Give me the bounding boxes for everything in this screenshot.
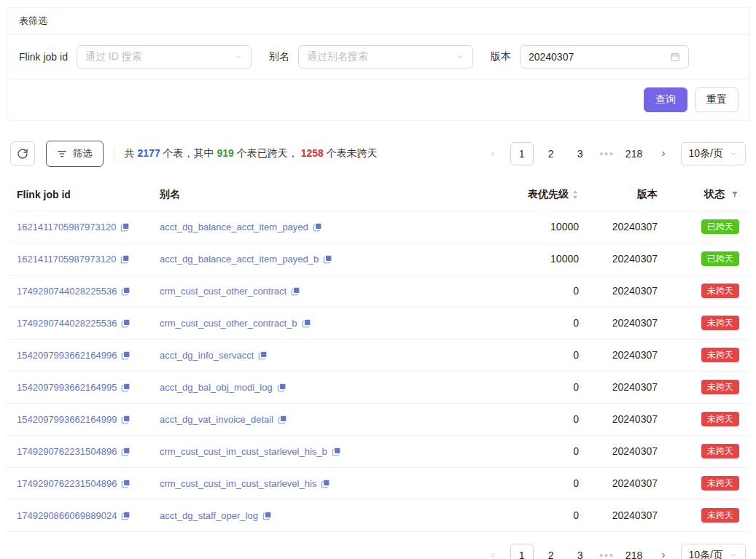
refresh-icon xyxy=(17,148,28,160)
alias-link[interactable]: acct_dg_balance_acct_item_payed xyxy=(160,222,308,232)
flink-job-id-select[interactable]: 通过 ID 搜索 xyxy=(77,45,252,69)
page-item-1[interactable]: 1 xyxy=(510,544,534,559)
query-button[interactable]: 查询 xyxy=(644,87,687,112)
copy-icon[interactable] xyxy=(121,318,130,328)
copy-icon[interactable] xyxy=(332,447,341,456)
reset-button[interactable]: 重置 xyxy=(695,87,739,112)
sort-icon[interactable] xyxy=(572,189,579,200)
results-table: Flink job id 别名 表优先级 版本 状态 xyxy=(7,179,749,532)
version-value: 20240307 xyxy=(589,467,668,499)
flink-job-id-link[interactable]: 1749290744028225536 xyxy=(17,318,117,329)
copy-icon[interactable] xyxy=(120,254,130,264)
table-row: 1621411705987973120 acct_dg_balance_acct… xyxy=(7,211,749,243)
flink-job-id-link[interactable]: 1749290744028225536 xyxy=(17,286,117,297)
summary-uncrossed-count: 1258 xyxy=(301,147,324,159)
alias-link[interactable]: crm_cust_cust_other_contract xyxy=(160,286,287,297)
flink-job-id-link[interactable]: 1749290866069889024 xyxy=(17,510,117,521)
flink-job-id-link[interactable]: 1542097993662164999 xyxy=(17,414,117,425)
status-badge: 未跨天 xyxy=(701,412,739,426)
summary-segment: 个表未跨天 xyxy=(324,147,378,159)
page-item-last[interactable]: 218 xyxy=(623,544,646,559)
alias-placeholder: 通过别名搜索 xyxy=(307,50,368,63)
page-ellipsis[interactable]: ••• xyxy=(598,550,617,559)
copy-icon[interactable] xyxy=(323,254,332,264)
prev-page-button[interactable] xyxy=(481,142,504,165)
table-header-row: Flink job id 别名 表优先级 版本 状态 xyxy=(7,179,749,211)
page-item-2[interactable]: 2 xyxy=(539,544,563,559)
copy-icon[interactable] xyxy=(302,318,311,328)
flink-job-id-link[interactable]: 1542097993662164996 xyxy=(17,350,117,361)
copy-icon[interactable] xyxy=(121,511,130,520)
priority-value: 0 xyxy=(480,435,589,467)
copy-icon[interactable] xyxy=(121,415,130,424)
alias-link[interactable]: acct_dg_vat_invoice_detail xyxy=(160,414,273,425)
flink-job-id-link[interactable]: 1621411705987973120 xyxy=(17,222,116,232)
chevron-down-icon xyxy=(234,52,243,61)
column-header-status-label: 状态 xyxy=(704,188,725,201)
flink-job-id-link[interactable]: 1542097993662164995 xyxy=(17,382,117,393)
version-value: 20240307 xyxy=(589,275,668,307)
funnel-filter-icon[interactable] xyxy=(730,190,739,199)
page-item-3[interactable]: 3 xyxy=(569,142,592,165)
copy-icon[interactable] xyxy=(321,479,330,488)
page-ellipsis[interactable]: ••• xyxy=(598,148,617,160)
alias-select[interactable]: 通过别名搜索 xyxy=(298,45,473,69)
copy-icon[interactable] xyxy=(262,511,272,520)
page-item-1[interactable]: 1 xyxy=(510,142,534,165)
table-row: 1749290762231504896 crm_cust_cust_im_cus… xyxy=(7,467,749,499)
next-page-button[interactable] xyxy=(652,142,675,165)
calendar-icon xyxy=(670,52,680,62)
refresh-button[interactable] xyxy=(10,141,35,166)
copy-icon[interactable] xyxy=(121,479,130,488)
filter-toggle-button[interactable]: 筛选 xyxy=(46,141,104,167)
flink-job-id-link[interactable]: 1621411705987973120 xyxy=(17,254,116,265)
page-size-select[interactable]: 10条/页 xyxy=(681,142,746,165)
table-row: 1542097993662164996 acct_dg_info_servacc… xyxy=(7,339,749,371)
copy-icon[interactable] xyxy=(313,222,322,232)
copy-icon[interactable] xyxy=(291,286,300,296)
priority-value: 0 xyxy=(480,307,589,339)
alias-link[interactable]: acct_dg_bal_obj_modi_log xyxy=(160,382,273,393)
alias-link[interactable]: acct_dg_staff_oper_log xyxy=(160,510,258,521)
chevron-down-icon xyxy=(729,149,738,158)
alias-link[interactable]: crm_cust_cust_im_cust_starlevel_his xyxy=(160,478,316,489)
vertical-divider xyxy=(114,146,114,162)
version-value: 20240307 xyxy=(529,51,574,63)
page-item-last[interactable]: 218 xyxy=(623,142,646,165)
alias-link[interactable]: crm_cust_cust_other_contract_b xyxy=(160,318,297,329)
flink-job-id-placeholder: 通过 ID 搜索 xyxy=(85,50,142,63)
copy-icon[interactable] xyxy=(278,415,287,424)
summary-crossed-count: 919 xyxy=(217,147,233,159)
copy-icon[interactable] xyxy=(277,383,287,392)
version-value: 20240307 xyxy=(589,403,668,435)
table-row: 1749290866069889024 acct_dg_staff_oper_l… xyxy=(7,499,749,531)
copy-icon[interactable] xyxy=(121,447,130,456)
next-page-button[interactable] xyxy=(652,544,675,559)
copy-icon[interactable] xyxy=(121,286,130,296)
flink-job-id-link[interactable]: 1749290762231504896 xyxy=(17,478,117,489)
version-value: 20240307 xyxy=(589,307,668,339)
version-value: 20240307 xyxy=(589,243,668,275)
copy-icon[interactable] xyxy=(121,383,130,392)
priority-value: 0 xyxy=(480,499,589,531)
pagination-bottom: 1 2 3 ••• 218 10条/页 xyxy=(481,544,746,559)
bottom-bar: 1 2 3 ••• 218 10条/页 xyxy=(7,532,749,559)
copy-icon[interactable] xyxy=(121,351,130,360)
column-header-priority[interactable]: 表优先级 xyxy=(480,179,589,211)
version-date-input[interactable]: 20240307 xyxy=(520,45,689,69)
alias-link[interactable]: crm_cust_cust_im_cust_starlevel_his_b xyxy=(160,446,327,457)
page-item-3[interactable]: 3 xyxy=(569,544,592,559)
version-value: 20240307 xyxy=(589,371,668,403)
page-size-value: 10条/页 xyxy=(689,147,723,160)
page-size-select[interactable]: 10条/页 xyxy=(681,544,746,559)
alias-link[interactable]: acct_dg_balance_acct_item_payed_b xyxy=(160,254,319,265)
copy-icon[interactable] xyxy=(120,222,130,232)
copy-icon[interactable] xyxy=(258,351,268,360)
filter-toggle-label: 筛选 xyxy=(73,147,93,160)
prev-page-button[interactable] xyxy=(481,544,504,559)
status-badge: 已跨天 xyxy=(701,251,739,266)
flink-job-id-link[interactable]: 1749290762231504896 xyxy=(17,446,117,457)
page-item-2[interactable]: 2 xyxy=(539,142,563,165)
status-badge: 未跨天 xyxy=(701,348,739,362)
alias-link[interactable]: acct_dg_info_servacct xyxy=(160,350,254,361)
